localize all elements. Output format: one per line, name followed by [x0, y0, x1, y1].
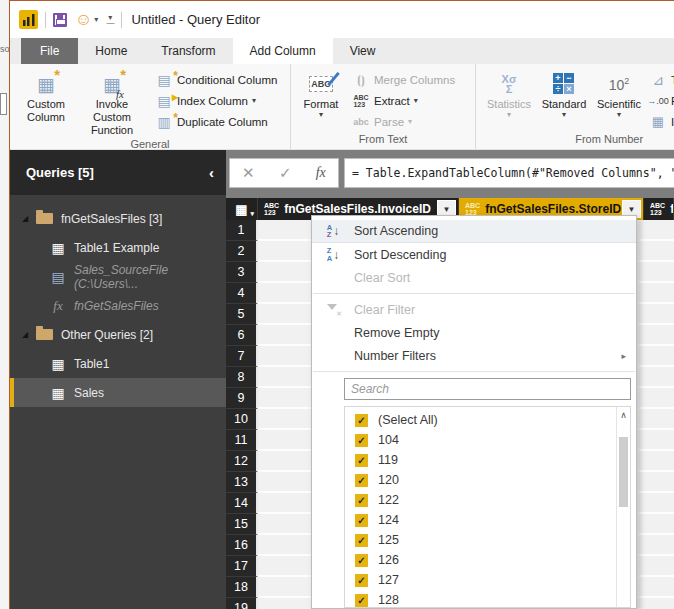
menu-item-remove-empty[interactable]: Remove Empty	[312, 321, 636, 344]
commit-formula-icon[interactable]: ✓	[279, 164, 292, 182]
data-cell[interactable]	[639, 409, 674, 430]
checked-checkbox-icon[interactable]: ✓	[355, 574, 368, 587]
data-cell[interactable]	[639, 472, 674, 493]
data-cell[interactable]	[639, 598, 674, 609]
data-cell[interactable]	[639, 430, 674, 451]
row-number[interactable]: 7	[226, 346, 258, 367]
data-cell[interactable]	[639, 514, 674, 535]
collapse-pane-icon[interactable]: ‹	[209, 164, 214, 181]
row-number[interactable]: 2	[226, 241, 258, 262]
menu-item-number-filters[interactable]: Number Filters ▸	[312, 344, 636, 367]
search-input[interactable]	[345, 382, 630, 396]
fx-icon[interactable]: fx	[316, 165, 326, 181]
extract-button[interactable]: ABC123 Extract ▾	[351, 90, 455, 111]
row-number[interactable]: 14	[226, 493, 258, 514]
quick-access-customize-icon[interactable]: ▾—	[106, 15, 114, 25]
duplicate-column-button[interactable]: ▥* Duplicate Column	[154, 111, 277, 132]
tab-view[interactable]: View	[333, 38, 393, 64]
query-item-sales[interactable]: ▦ Sales	[10, 378, 226, 407]
filter-value-item[interactable]: ✓120	[345, 470, 616, 490]
row-number[interactable]: 17	[226, 556, 258, 577]
save-icon[interactable]	[53, 13, 67, 27]
row-number[interactable]: 18	[226, 577, 258, 598]
row-number[interactable]: 3	[226, 262, 258, 283]
tab-home[interactable]: Home	[78, 38, 144, 64]
information-button[interactable]: ▦ Information	[648, 111, 674, 132]
filter-value-item[interactable]: ✓127	[345, 570, 616, 590]
filter-value-item[interactable]: ✓124	[345, 510, 616, 530]
filter-value-item[interactable]: ✓(Select All)	[345, 410, 616, 430]
row-number[interactable]: 13	[226, 472, 258, 493]
data-cell[interactable]	[639, 535, 674, 556]
scroll-up-arrow-icon[interactable]: ∧	[620, 407, 627, 423]
powerbi-logo-icon[interactable]	[19, 10, 38, 29]
checked-checkbox-icon[interactable]: ✓	[355, 474, 368, 487]
checked-checkbox-icon[interactable]: ✓	[355, 414, 368, 427]
checked-checkbox-icon[interactable]: ✓	[355, 534, 368, 547]
column-header-partial[interactable]: ABC123 fn	[644, 198, 674, 220]
custom-column-button[interactable]: ▦* Custom Column	[17, 68, 75, 124]
menu-item-sort-ascending[interactable]: AZ↓ Sort Ascending	[312, 220, 636, 243]
checked-checkbox-icon[interactable]: ✓	[355, 494, 368, 507]
checked-checkbox-icon[interactable]: ✓	[355, 514, 368, 527]
filter-value-item[interactable]: ✓119	[345, 450, 616, 470]
query-folder-fngetsalesfiles[interactable]: ◢ fnGetSalesFiles [3]	[10, 204, 226, 233]
row-number[interactable]: 15	[226, 514, 258, 535]
expand-triangle-icon[interactable]: ◢	[22, 214, 36, 223]
select-all-button[interactable]: ▦ ▾	[226, 198, 258, 220]
data-cell[interactable]	[639, 577, 674, 598]
row-number[interactable]: 12	[226, 451, 258, 472]
data-cell[interactable]	[639, 451, 674, 472]
checked-checkbox-icon[interactable]: ✓	[355, 454, 368, 467]
row-number[interactable]: 8	[226, 367, 258, 388]
query-item-sales-sourcefile[interactable]: ▤ Sales_SourceFile (C:\Users\...	[10, 262, 226, 291]
data-cell[interactable]	[639, 388, 674, 409]
tab-transform[interactable]: Transform	[144, 38, 232, 64]
row-number[interactable]: 6	[226, 325, 258, 346]
checked-checkbox-icon[interactable]: ✓	[355, 554, 368, 567]
standard-button[interactable]: +−÷× Standard ▾	[537, 68, 591, 119]
tab-add-column[interactable]: Add Column	[233, 38, 333, 64]
rounding-button[interactable]: →.00 Rounding ▾	[648, 90, 674, 111]
data-cell[interactable]	[639, 556, 674, 577]
cancel-formula-icon[interactable]: ✕	[242, 164, 255, 182]
invoke-custom-function-button[interactable]: ▦fx* Invoke Custom Function	[77, 68, 147, 137]
checked-checkbox-icon[interactable]: ✓	[355, 594, 368, 607]
formula-input[interactable]: = Table.ExpandTableColumn(#"Removed Colu…	[344, 158, 674, 188]
row-number[interactable]: 4	[226, 283, 258, 304]
conditional-column-button[interactable]: ▤* Conditional Column	[154, 69, 277, 90]
data-cell[interactable]	[639, 241, 674, 262]
filter-value-item[interactable]: ✓122	[345, 490, 616, 510]
menu-item-sort-descending[interactable]: ZA↓ Sort Descending	[312, 243, 636, 266]
data-cell[interactable]	[639, 304, 674, 325]
filter-value-item[interactable]: ✓125	[345, 530, 616, 550]
row-number[interactable]: 11	[226, 430, 258, 451]
scientific-button[interactable]: 102 Scientific ▾	[593, 68, 645, 119]
index-column-button[interactable]: ▤▸ Index Column ▾	[154, 90, 277, 111]
row-number[interactable]: 10	[226, 409, 258, 430]
filter-value-item[interactable]: ✓126	[345, 550, 616, 570]
smiley-dropdown-caret[interactable]: ▾	[94, 15, 98, 24]
filter-value-item[interactable]: ✓104	[345, 430, 616, 450]
scrollbar-thumb[interactable]	[619, 437, 628, 507]
feedback-smiley-icon[interactable]: ☺	[75, 11, 92, 28]
query-item-table1[interactable]: ▦ Table1	[10, 349, 226, 378]
data-cell[interactable]	[639, 367, 674, 388]
query-item-fngetsalesfiles-function[interactable]: fx fnGetSalesFiles	[10, 291, 226, 320]
query-item-table1-example[interactable]: ▦ Table1 Example	[10, 233, 226, 262]
data-cell[interactable]	[639, 493, 674, 514]
data-cell[interactable]	[639, 325, 674, 346]
row-number[interactable]: 19	[226, 598, 258, 609]
row-number[interactable]: 1	[226, 220, 258, 241]
trigonometry-button[interactable]: ⊿ Trigonometry	[648, 69, 674, 90]
data-cell[interactable]	[639, 262, 674, 283]
query-folder-other-queries[interactable]: ◢ Other Queries [2]	[10, 320, 226, 349]
row-number[interactable]: 16	[226, 535, 258, 556]
expand-triangle-icon[interactable]: ◢	[22, 330, 36, 339]
data-cell[interactable]	[639, 346, 674, 367]
data-cell[interactable]	[639, 220, 674, 241]
row-number[interactable]: 5	[226, 304, 258, 325]
format-button[interactable]: ABC Format ▾	[298, 68, 344, 119]
row-number[interactable]: 9	[226, 388, 258, 409]
tab-file[interactable]: File	[21, 38, 78, 64]
